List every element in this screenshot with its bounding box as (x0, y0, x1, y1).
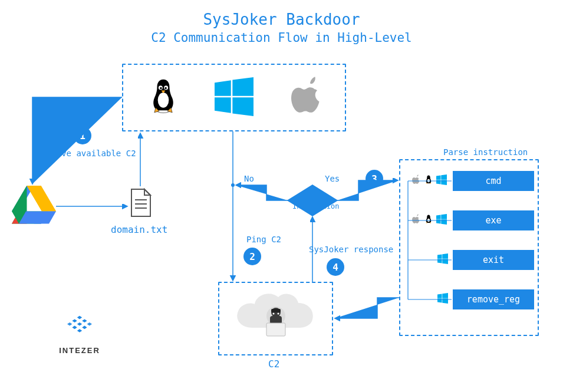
step-1-circle: 1 (74, 127, 91, 144)
svg-marker-26 (82, 319, 87, 322)
svg-point-20 (427, 179, 430, 182)
svg-point-21 (427, 219, 430, 222)
cmd-platforms (410, 174, 447, 185)
windows-icon (215, 77, 253, 118)
intezer-logo: INTEZER (53, 314, 106, 355)
document-file-icon (129, 188, 153, 218)
domain-file-label: domain.txt (111, 224, 167, 235)
parse-instruction-title: Parse instruction (443, 147, 528, 157)
intezer-logo-text: INTEZER (53, 346, 106, 355)
svg-marker-28 (67, 322, 72, 326)
windows-icon (437, 253, 448, 264)
apple-icon (410, 214, 421, 225)
remove-reg-command: remove_reg (453, 289, 534, 309)
svg-marker-25 (72, 319, 77, 322)
diagram-title: SysJoker Backdoor (0, 11, 563, 28)
c2-server-box (218, 282, 333, 355)
diagram-subtitle: C2 Communication Flow in High-Level (0, 31, 563, 45)
decision-label: C2 Instruction (292, 194, 334, 211)
svg-rect-16 (266, 323, 285, 336)
svg-marker-27 (77, 322, 82, 326)
google-drive-icon (12, 186, 56, 224)
svg-marker-32 (77, 329, 82, 332)
windows-icon (437, 293, 448, 304)
exe-platforms (410, 214, 447, 225)
svg-rect-17 (271, 309, 281, 312)
decision-yes: Yes (325, 174, 340, 183)
svg-point-5 (165, 87, 167, 89)
decision-no: No (244, 174, 254, 183)
svg-point-22 (231, 183, 235, 187)
step-4-label: SysJoker response (309, 245, 393, 254)
os-platforms-box (122, 64, 346, 131)
step-1-label: Resolve available C2 (37, 149, 136, 158)
exit-command: exit (453, 250, 534, 270)
apple-icon (410, 174, 421, 185)
linux-icon (423, 174, 434, 185)
svg-marker-31 (82, 326, 87, 330)
svg-marker-29 (87, 322, 92, 326)
svg-point-1 (158, 93, 169, 108)
step-2-circle: 2 (243, 248, 261, 265)
svg-marker-24 (77, 316, 82, 319)
exe-command: exe (453, 210, 534, 230)
step-2-label: Ping C2 (246, 235, 281, 244)
svg-point-18 (272, 312, 274, 314)
cmd-command: cmd (453, 171, 534, 191)
linux-icon (423, 214, 434, 225)
windows-icon (436, 174, 447, 185)
step-3-circle: 3 (366, 170, 383, 187)
exit-platforms (437, 253, 448, 264)
linux-icon (146, 76, 181, 120)
svg-marker-30 (72, 326, 77, 330)
svg-point-19 (277, 312, 279, 314)
svg-point-4 (160, 87, 162, 89)
c2-label: C2 (268, 358, 279, 370)
step-4-circle: 4 (327, 258, 344, 276)
apple-icon (287, 76, 322, 120)
windows-icon (436, 214, 447, 225)
remove-reg-platforms (437, 293, 448, 304)
